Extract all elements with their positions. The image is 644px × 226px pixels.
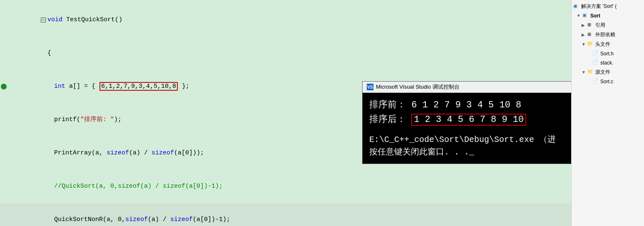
solution-label: 解决方案 'Sort' ( [581, 3, 617, 10]
chevron-right-icon: ▶ [582, 23, 587, 28]
ext-deps-icon: ⊞ [587, 32, 594, 38]
solution-header: ▣ 解决方案 'Sort' ( [572, 2, 644, 11]
header-folder-label: 头文件 [595, 41, 610, 48]
after-label: 排序后： [369, 114, 411, 125]
sidebar-item-header-folder[interactable]: ▼ 📁 头文件 [572, 40, 644, 49]
spacer [587, 79, 592, 84]
console-output-before: 排序前： 6 1 2 7 9 3 4 5 10 8 [369, 98, 571, 112]
solution-icon: ▣ [573, 3, 580, 10]
code-content: printf("排序前: "); [17, 104, 122, 136]
sidebar-item-stack[interactable]: 📄 stack. [572, 58, 644, 67]
code-line-comment: //QuickSort(a, 0,sizeof(a) / sizeof(a[0]… [0, 170, 571, 203]
folder-icon: 📁 [587, 69, 594, 76]
vs-icon-label: VS [367, 85, 373, 89]
solution-explorer: ▣ 解决方案 'Sort' ( ▼ ▣ Sort ▶ ⊞ 引用 ▶ ⊞ 外部依赖… [571, 0, 644, 226]
source-folder-label: 源文件 [595, 69, 610, 76]
code-line: −void TestQuickSort() [0, 3, 571, 37]
chevron-down-icon: ▼ [577, 13, 582, 18]
ref-icon: ⊞ [587, 22, 594, 29]
before-label: 排序前： 6 1 2 7 9 3 4 5 10 8 [369, 100, 521, 110]
console-body: 排序前： 6 1 2 7 9 3 4 5 10 8 排序后： 1 2 3 4 5… [363, 93, 571, 164]
path-line1: E:\C_C++_code\Sort\Debug\Sort.exe （进 [369, 134, 571, 146]
code-content: int a[] = { 6,1,2,7,9,3,4,5,10,8 }; [17, 70, 189, 103]
sort-h-label: Sort.h [600, 51, 614, 57]
stack-label: stack. [600, 60, 613, 66]
source-item-label: Sort.c [600, 79, 613, 84]
code-line-highlighted: QuickSortNonR(a, 0,sizeof(a) / sizeof(a[… [0, 203, 571, 226]
console-path: E:\C_C++_code\Sort\Debug\Sort.exe （进 按任意… [369, 134, 571, 159]
file-icon: 📄 [592, 50, 599, 57]
array-highlight-box: 6,1,2,7,9,3,4,5,10,8 [99, 82, 178, 91]
collapse-icon[interactable]: − [41, 17, 46, 22]
ref-label: 引用 [595, 22, 605, 29]
console-window: VS Microsoft Visual Studio 调试控制台 排序前： 6 … [362, 81, 571, 164]
project-icon: ▣ [582, 12, 589, 19]
chevron-down-icon: ▼ [582, 42, 587, 47]
file-icon: 📄 [592, 78, 599, 85]
vs-icon: VS [367, 84, 373, 90]
ext-deps-label: 外部依赖 [595, 31, 615, 38]
code-content: QuickSortNonR(a, 0,sizeof(a) / sizeof(a[… [17, 204, 230, 226]
code-content: −void TestQuickSort() [17, 4, 122, 36]
console-title-text: Microsoft Visual Studio 调试控制台 [376, 83, 460, 91]
breakpoint-indicator [1, 84, 7, 89]
spacer [587, 60, 592, 65]
code-content: //QuickSort(a, 0,sizeof(a) / sizeof(a[0]… [17, 170, 223, 203]
chevron-right-icon: ▶ [582, 32, 587, 37]
code-content: { [17, 37, 51, 70]
code-editor: −void TestQuickSort() { int a[] = { 6,1,… [0, 0, 571, 226]
sidebar-item-sort-c[interactable]: 📄 Sort.c [572, 77, 644, 86]
sidebar-item-sort-project[interactable]: ▼ ▣ Sort [572, 11, 644, 20]
path-line2: 按任意键关闭此窗口. . ._ [369, 146, 571, 159]
sidebar-item-ext-deps[interactable]: ▶ ⊞ 外部依赖 [572, 30, 644, 40]
folder-icon: 📁 [587, 41, 594, 48]
sorted-values-box: 1 2 3 4 5 6 7 8 9 10 [411, 114, 526, 126]
file-icon: 📄 [592, 60, 599, 66]
spacer [587, 51, 592, 56]
sort-project-label: Sort [590, 13, 600, 19]
console-output-after: 排序后： 1 2 3 4 5 6 7 8 9 10 [369, 112, 571, 127]
code-content: PrintArray(a, sizeof(a) / sizeof(a[0])); [17, 137, 204, 169]
sidebar-item-sort-h[interactable]: 📄 Sort.h [572, 49, 644, 58]
code-line: { [0, 37, 571, 70]
sidebar-item-source-folder[interactable]: ▼ 📁 源文件 [572, 67, 644, 77]
sidebar-item-ref[interactable]: ▶ ⊞ 引用 [572, 20, 644, 30]
console-title-bar: VS Microsoft Visual Studio 调试控制台 [363, 82, 571, 93]
chevron-down-icon: ▼ [582, 70, 587, 75]
